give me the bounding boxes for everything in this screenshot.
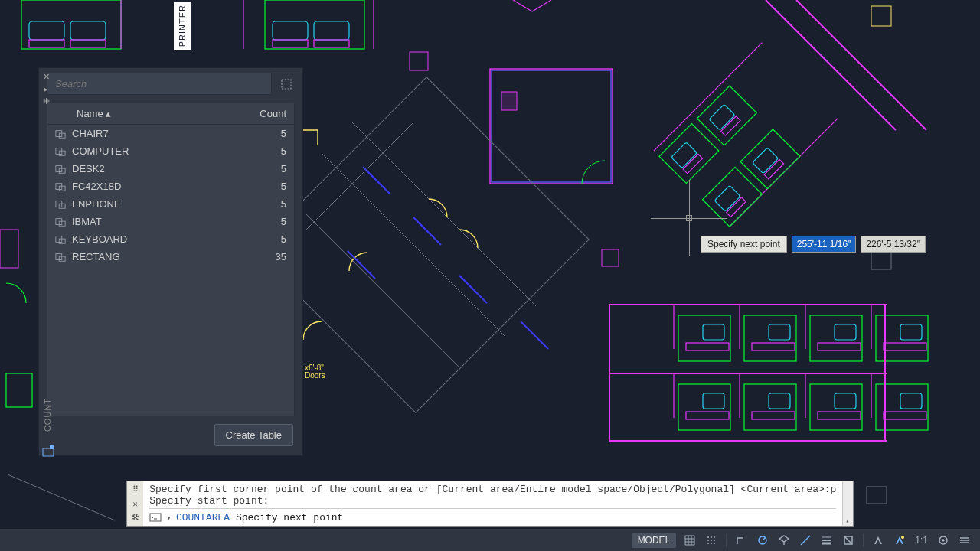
command-prompt-icon (149, 511, 162, 523)
block-count: 35 (240, 251, 286, 262)
annotation-visibility-icon[interactable] (890, 532, 909, 549)
block-count: 5 (240, 163, 286, 174)
svg-rect-18 (253, 77, 589, 412)
svg-rect-40 (753, 148, 779, 174)
svg-rect-31 (671, 142, 697, 168)
polar-icon[interactable] (753, 532, 772, 549)
svg-rect-57 (0, 230, 18, 268)
svg-point-90 (714, 543, 715, 544)
transparency-icon[interactable] (839, 532, 858, 549)
table-row[interactable]: KEYBOARD5 (47, 230, 294, 248)
svg-line-43 (796, 0, 926, 130)
model-space-badge[interactable]: MODEL (632, 533, 677, 548)
cmd-wrench-icon[interactable]: 🛠 (131, 513, 139, 523)
svg-rect-3 (29, 40, 64, 47)
svg-rect-35 (721, 116, 740, 135)
svg-rect-55 (867, 487, 887, 504)
svg-point-98 (942, 540, 944, 541)
block-icon (55, 129, 66, 139)
printer-label: PRINTER (174, 2, 191, 50)
table-row[interactable]: DESK25 (47, 160, 294, 178)
grid-icon[interactable] (681, 532, 699, 549)
cmd-close-icon[interactable]: ✕ (132, 499, 138, 509)
lineweight-icon[interactable] (818, 532, 836, 549)
table-row[interactable]: FC42X18D5 (47, 178, 294, 195)
svg-point-85 (707, 540, 709, 541)
block-name: FNPHONE (72, 198, 121, 210)
block-icon (55, 181, 66, 192)
palette-title: COUNT (43, 398, 52, 432)
block-icon (55, 164, 66, 174)
column-header-count[interactable]: Count (240, 108, 286, 119)
search-input[interactable] (47, 73, 272, 95)
block-name: CHAIR7 (72, 128, 109, 139)
annotation-scale-value[interactable]: 1:1 (912, 535, 931, 546)
svg-line-28 (654, 43, 762, 151)
block-icon (55, 217, 66, 227)
column-header-name[interactable]: Name ▴ (55, 108, 240, 119)
svg-rect-32 (683, 154, 702, 173)
command-scrollbar[interactable]: ▴ (842, 481, 853, 526)
ortho-icon[interactable] (732, 532, 750, 549)
selection-icon[interactable] (278, 76, 295, 93)
svg-rect-52 (703, 324, 724, 340)
block-name: FC42X18D (72, 181, 121, 192)
table-row[interactable]: FNPHONE5 (47, 195, 294, 213)
customize-icon[interactable] (956, 532, 974, 549)
snap-icon[interactable] (702, 532, 720, 549)
svg-rect-30 (659, 124, 719, 184)
svg-point-89 (710, 543, 712, 544)
svg-rect-41 (764, 159, 783, 178)
svg-rect-2 (70, 21, 106, 40)
svg-rect-79 (50, 445, 54, 449)
svg-rect-34 (709, 104, 735, 130)
osnap-icon[interactable] (796, 532, 815, 549)
palette-footer-icon[interactable] (42, 445, 54, 458)
annotation-scale-icon[interactable] (869, 532, 887, 549)
svg-line-21 (306, 214, 459, 367)
block-count: 5 (240, 198, 286, 210)
svg-rect-80 (150, 514, 161, 521)
create-table-button[interactable]: Create Table (214, 424, 293, 446)
count-palette: ✕ ▸ ⁜ Name ▴ Count CHAIR75COMPUTER5DESK2… (38, 67, 303, 456)
block-name: DESK2 (72, 163, 105, 174)
table-row[interactable]: CHAIR75 (47, 125, 294, 142)
svg-line-24 (413, 217, 441, 245)
table-row[interactable]: IBMAT5 (47, 213, 294, 230)
svg-rect-7 (273, 21, 308, 40)
collapse-icon[interactable]: ⁜ (40, 96, 52, 106)
block-name: RECTANG (72, 251, 120, 262)
pin-icon[interactable]: ▸ (40, 83, 52, 94)
svg-line-22 (306, 122, 413, 230)
svg-line-20 (352, 122, 536, 306)
svg-rect-17 (602, 249, 619, 266)
svg-point-88 (707, 543, 709, 544)
svg-point-86 (710, 540, 712, 541)
coordinate-1-field[interactable]: 255'-11 1/16" (792, 236, 857, 253)
block-count: 5 (240, 128, 286, 139)
svg-rect-16 (501, 92, 517, 110)
svg-rect-15 (492, 70, 611, 182)
status-bar: MODEL 1:1 (0, 528, 980, 551)
close-icon[interactable]: ✕ (40, 71, 52, 82)
svg-rect-37 (714, 185, 740, 211)
block-icon (55, 146, 66, 157)
command-line[interactable]: ⠿ ✕ 🛠 Specify first corner point of the … (126, 481, 854, 527)
coordinate-2-field[interactable]: 226'-5 13/32" (861, 236, 926, 253)
table-row[interactable]: COMPUTER5 (47, 142, 294, 160)
block-icon (55, 252, 66, 262)
dynamic-prompt: Specify next point (701, 236, 787, 253)
svg-rect-56 (6, 373, 32, 407)
svg-line-19 (322, 153, 505, 337)
table-row[interactable]: RECTANG35 (47, 248, 294, 266)
svg-rect-0 (21, 0, 121, 49)
svg-line-23 (363, 167, 390, 194)
svg-rect-39 (740, 129, 800, 189)
isodraft-icon[interactable] (775, 532, 793, 549)
block-icon (55, 234, 66, 245)
svg-rect-61 (282, 80, 291, 89)
cmd-drag-icon[interactable]: ⠿ (132, 484, 139, 494)
workspace-icon[interactable] (934, 532, 952, 549)
command-input[interactable]: ▾ COUNTAREA Specify next point (149, 508, 836, 526)
block-count: 5 (240, 233, 286, 245)
